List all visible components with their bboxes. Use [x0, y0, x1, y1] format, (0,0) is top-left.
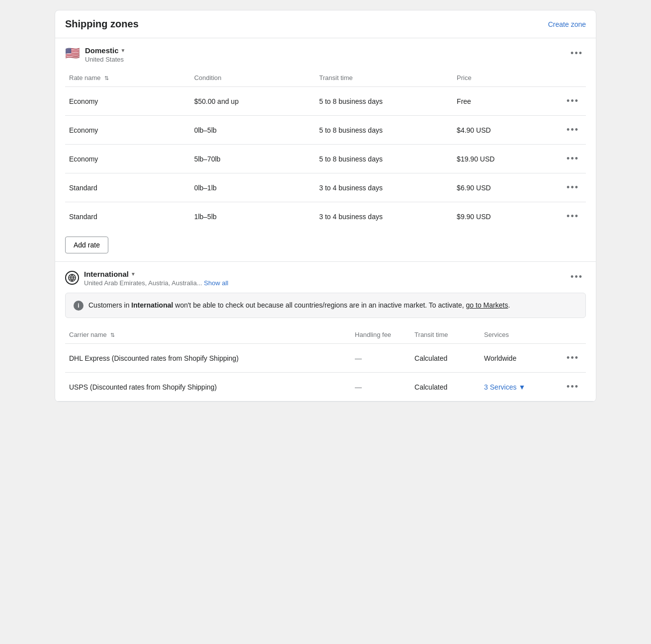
info-prefix: Customers in — [88, 301, 131, 309]
page-title: Shipping zones — [65, 18, 139, 30]
col-header-handling-fee: Handling fee — [351, 326, 410, 344]
rate-more-button[interactable]: ••• — [564, 123, 582, 137]
rate-transit-cell: 3 to 4 business days — [315, 173, 453, 202]
rate-price-cell: $4.90 USD — [453, 116, 553, 145]
carrier-more-button[interactable]: ••• — [564, 380, 582, 394]
domestic-rates-table-wrapper: Rate name ⇅ Condition Transit time Price… — [55, 69, 596, 231]
rate-condition-cell: 0lb–1lb — [190, 173, 316, 202]
rate-transit-cell: 5 to 8 business days — [315, 87, 453, 116]
domestic-rates-table: Rate name ⇅ Condition Transit time Price… — [65, 69, 586, 231]
rate-transit-cell: 5 to 8 business days — [315, 116, 453, 145]
rate-price-cell: $19.90 USD — [453, 145, 553, 173]
carrier-actions-cell: ••• — [560, 373, 586, 402]
carrier-name-cell: USPS (Discounted rates from Shopify Ship… — [65, 373, 351, 402]
international-zone-dropdown-icon[interactable]: ▼ — [131, 271, 136, 277]
info-end: . — [508, 301, 510, 309]
rate-actions-cell: ••• — [553, 145, 586, 173]
international-table-header-row: Carrier name ⇅ Handling fee Transit time… — [65, 326, 586, 344]
rate-condition-cell: 0lb–5lb — [190, 116, 316, 145]
domestic-zone-name: Domestic ▼ — [85, 46, 125, 55]
add-rate-button[interactable]: Add rate — [65, 237, 108, 253]
col-header-transit-time: Transit time — [410, 326, 480, 344]
col-header-condition: Condition — [190, 69, 316, 87]
go-to-markets-link[interactable]: go to Markets — [466, 301, 508, 309]
domestic-table-header-row: Rate name ⇅ Condition Transit time Price — [65, 69, 586, 87]
rate-actions-cell: ••• — [553, 173, 586, 202]
rate-transit-cell: 3 to 4 business days — [315, 202, 453, 231]
carrier-row: DHL Express (Discounted rates from Shopi… — [65, 344, 586, 373]
rate-price-cell: $9.90 USD — [453, 202, 553, 231]
international-more-button[interactable]: ••• — [568, 270, 586, 284]
international-carriers-table-wrapper: Carrier name ⇅ Handling fee Transit time… — [55, 326, 596, 401]
col-header-services: Services — [480, 326, 560, 344]
international-zone-name-area: International ▼ United Arab Emirates, Au… — [84, 270, 229, 287]
domestic-more-button[interactable]: ••• — [568, 46, 586, 61]
services-dropdown-icon: ▼ — [518, 383, 525, 391]
rate-transit-cell: 5 to 8 business days — [315, 145, 453, 173]
international-info-banner: i Customers in International won't be ab… — [65, 293, 586, 318]
carrier-transit-cell: Calculated — [410, 344, 480, 373]
rate-name-cell: Economy — [65, 87, 190, 116]
shipping-zones-page: Shipping zones Create zone 🇺🇸 Domestic ▼… — [55, 10, 596, 402]
carrier-handling-fee-cell: — — [351, 344, 410, 373]
rate-condition-cell: $50.00 and up — [190, 87, 316, 116]
rate-name-cell: Standard — [65, 173, 190, 202]
rate-name-cell: Standard — [65, 202, 190, 231]
domestic-zone-name-area: Domestic ▼ United States — [85, 46, 125, 63]
domestic-zone-header: 🇺🇸 Domestic ▼ United States ••• — [55, 38, 596, 69]
domestic-zone-header-left: 🇺🇸 Domestic ▼ United States — [65, 46, 125, 63]
col-header-transit: Transit time — [315, 69, 453, 87]
domestic-rate-row: Economy 0lb–5lb 5 to 8 business days $4.… — [65, 116, 586, 145]
domestic-zone-section: 🇺🇸 Domestic ▼ United States ••• Rate nam… — [55, 38, 596, 262]
carrier-services-cell: 3 Services ▼ — [480, 373, 560, 402]
info-icon: i — [74, 301, 83, 311]
rate-actions-cell: ••• — [553, 87, 586, 116]
services-link[interactable]: 3 Services ▼ — [484, 383, 556, 391]
international-carriers-table: Carrier name ⇅ Handling fee Transit time… — [65, 326, 586, 401]
rate-more-button[interactable]: ••• — [564, 180, 582, 195]
international-zone-header-left: International ▼ United Arab Emirates, Au… — [65, 270, 229, 287]
page-header: Shipping zones Create zone — [55, 10, 596, 38]
rate-condition-cell: 1lb–5lb — [190, 202, 316, 231]
col-header-intl-actions — [560, 326, 586, 344]
col-header-actions — [553, 69, 586, 87]
col-header-price: Price — [453, 69, 553, 87]
rate-name-cell: Economy — [65, 116, 190, 145]
rate-condition-cell: 5lb–70lb — [190, 145, 316, 173]
domestic-rate-row: Economy 5lb–70lb 5 to 8 business days $1… — [65, 145, 586, 173]
domestic-zone-dropdown-icon[interactable]: ▼ — [121, 48, 126, 53]
rate-price-cell: $6.90 USD — [453, 173, 553, 202]
domestic-rate-row: Economy $50.00 and up 5 to 8 business da… — [65, 87, 586, 116]
international-zone-header: International ▼ United Arab Emirates, Au… — [55, 262, 596, 293]
domestic-flag-icon: 🇺🇸 — [65, 47, 80, 59]
carrier-name-cell: DHL Express (Discounted rates from Shopi… — [65, 344, 351, 373]
services-text: Worldwide — [484, 354, 516, 362]
info-suffix: won't be able to check out because all c… — [173, 301, 466, 309]
international-zone-name-label: International — [84, 270, 129, 278]
create-zone-link[interactable]: Create zone — [548, 20, 586, 28]
international-zone-name: International ▼ — [84, 270, 229, 278]
info-bold: International — [131, 301, 173, 309]
international-globe-icon — [65, 271, 79, 285]
rate-more-button[interactable]: ••• — [564, 94, 582, 108]
carrier-services-cell: Worldwide — [480, 344, 560, 373]
carrier-transit-cell: Calculated — [410, 373, 480, 402]
domestic-rate-row: Standard 0lb–1lb 3 to 4 business days $6… — [65, 173, 586, 202]
carrier-actions-cell: ••• — [560, 344, 586, 373]
domestic-rate-row: Standard 1lb–5lb 3 to 4 business days $9… — [65, 202, 586, 231]
rate-more-button[interactable]: ••• — [564, 209, 582, 224]
show-all-link[interactable]: Show all — [204, 279, 228, 287]
rate-price-cell: Free — [453, 87, 553, 116]
rate-actions-cell: ••• — [553, 116, 586, 145]
domestic-zone-subtitle: United States — [85, 56, 125, 63]
rate-name-cell: Economy — [65, 145, 190, 173]
carrier-name-sort-icon[interactable]: ⇅ — [110, 332, 115, 338]
carrier-more-button[interactable]: ••• — [564, 351, 582, 365]
rate-more-button[interactable]: ••• — [564, 152, 582, 166]
international-zone-section: International ▼ United Arab Emirates, Au… — [55, 262, 596, 402]
rate-actions-cell: ••• — [553, 202, 586, 231]
international-zone-subtitle: United Arab Emirates, Austria, Australia… — [84, 279, 229, 287]
carrier-handling-fee-cell: — — [351, 373, 410, 402]
info-banner-text: Customers in International won't be able… — [88, 300, 510, 311]
rate-name-sort-icon[interactable]: ⇅ — [104, 75, 109, 81]
